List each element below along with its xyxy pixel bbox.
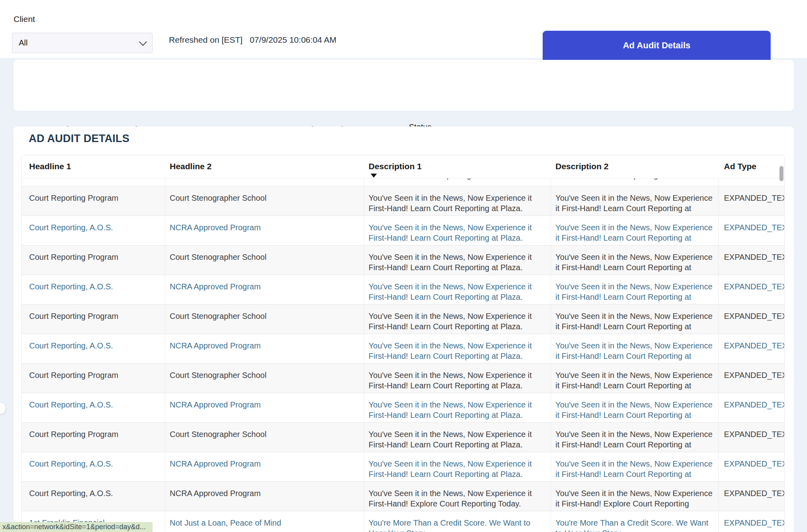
cell-headline2: NCRA Approved Program — [165, 393, 364, 422]
section-title: AD AUDIT DETAILS — [29, 133, 129, 145]
refreshed-timestamp: Refreshed on [EST] 07/9/2025 10:06:04 AM — [169, 35, 337, 45]
ad-audit-details-button[interactable]: Ad Audit Details — [543, 31, 771, 60]
cell-description2: You've Seen it in the News, Now Experien… — [551, 364, 718, 393]
cell-headline1: Court Reporting Program — [22, 245, 165, 275]
client-dropdown[interactable]: All — [12, 33, 153, 53]
cell-description2: You've Seen it in the News, Now Experien… — [551, 452, 718, 481]
cell-adtype: EXPANDED_TEX — [718, 393, 784, 422]
table-rows: Court Reporting Program Court Stenograph… — [22, 186, 784, 532]
left-edge-drawer-handle[interactable] — [0, 402, 6, 414]
cell-adtype: EXPANDED_TEX — [718, 275, 784, 304]
cell-adtype: EXPANDED_TEX — [718, 216, 784, 245]
cell-description2: You've Seen it in the News, Now Experien… — [551, 275, 718, 304]
cell-headline2: Court Stenographer School — [165, 245, 364, 275]
cell-headline1: Court Reporting, A.O.S. — [22, 275, 165, 304]
column-divider — [165, 178, 165, 532]
refreshed-label: Refreshed on [EST] — [169, 35, 242, 45]
table-header-row: Headline 1 Headline 2 Description 1 Desc… — [22, 155, 784, 178]
table-row[interactable]: Court Reporting Program Court Stenograph… — [22, 245, 784, 275]
column-divider — [551, 178, 551, 532]
cell-description1: You've Seen it in the News, Now Experien… — [364, 452, 551, 481]
cell-headline1: Court Reporting, A.O.S. — [22, 334, 165, 363]
cell-adtype: EXPANDED_TEX — [718, 245, 784, 275]
cell-headline2: NCRA Approved Program — [165, 334, 364, 363]
table-row[interactable]: Court Reporting, A.O.S. NCRA Approved Pr… — [22, 452, 784, 481]
refreshed-value: 07/9/2025 10:06:04 AM — [250, 35, 336, 45]
column-divider — [364, 178, 364, 532]
filter-card: Network Ad Type Ad Strength Status All A… — [14, 60, 794, 111]
column-header-adtype[interactable]: Ad Type — [724, 162, 756, 171]
cell-description2: You've Seen it in the News, Now Experien… — [551, 216, 718, 245]
client-filter-label: Client — [14, 14, 35, 24]
scrollbar-thumb[interactable] — [779, 166, 783, 181]
cell-description1: You've Seen it in the News, Now Experien… — [364, 186, 551, 216]
cell-description1: You've Seen it in the News, Now Experien… — [364, 482, 551, 511]
cell-description1: You've Seen it in the News, Now Experien… — [364, 245, 551, 275]
top-bar: Client All Refreshed on [EST] 07/9/2025 … — [0, 0, 807, 58]
cell-description2: You've Seen it in the News, Now Experien… — [551, 423, 718, 452]
table-row[interactable]: Court Reporting, A.O.S. NCRA Approved Pr… — [22, 393, 784, 422]
column-divider — [718, 178, 719, 532]
cell-headline2: NCRA Approved Program — [165, 275, 364, 304]
cell-description2: You've Seen it in the News, Now Experien… — [551, 186, 718, 216]
cell-headline2: Court Stenographer School — [165, 364, 364, 393]
cell-description1: You've Seen it in the News, Now Experien… — [364, 364, 551, 393]
table-row[interactable]: Court Reporting, A.O.S. NCRA Approved Pr… — [22, 334, 784, 363]
cell-headline1: Court Reporting Program — [22, 305, 165, 334]
cell-description1: You've Seen it in the News, Now Experien… — [364, 275, 551, 304]
cell-description1: You've Seen it in the News, Now Experien… — [364, 334, 551, 363]
cell-description2: You've Seen it in the News, Now Experien… — [551, 245, 718, 275]
vertical-scrollbar[interactable] — [779, 156, 783, 532]
sort-descending-icon[interactable] — [371, 174, 377, 178]
cell-headline1: Court Reporting, A.O.S. — [22, 216, 165, 245]
cell-headline2: Court Stenographer School — [165, 305, 364, 334]
table-row-clipped: Hand! Learn Court Reporting at Plaza. Ha… — [22, 178, 784, 186]
cell-adtype: EXPANDED_TEX — [718, 482, 784, 511]
cell-headline1: Court Reporting Program — [22, 364, 165, 393]
table-row[interactable]: Court Reporting Program Court Stenograph… — [22, 363, 784, 393]
cell-headline2: Not Just a Loan, Peace of Mind — [165, 511, 364, 532]
cell-adtype: EXPANDED_TEX — [718, 511, 784, 532]
link-preview-statusbar: x&action=network&idSite=1&period=day&d..… — [0, 522, 153, 532]
table-row[interactable]: Court Reporting, A.O.S. NCRA Approved Pr… — [22, 275, 784, 304]
cell-adtype: EXPANDED_TEX — [718, 452, 784, 481]
cell-headline2: Court Stenographer School — [165, 186, 364, 216]
table-row[interactable]: Court Reporting Program Court Stenograph… — [22, 186, 784, 216]
table-row[interactable]: Court Reporting, A.O.S. NCRA Approved Pr… — [22, 481, 784, 511]
cell-adtype: EXPANDED_TEX — [718, 423, 784, 452]
cell-description1: You've Seen it in the News, Now Experien… — [364, 423, 551, 452]
cell-headline2: NCRA Approved Program — [165, 216, 364, 245]
cell-headline1: Court Reporting Program — [22, 186, 165, 216]
cell-description1: You're More Than a Credit Score. We Want… — [364, 511, 551, 532]
cell-adtype: EXPANDED_TEX — [718, 305, 784, 334]
cell-description1: You've Seen it in the News, Now Experien… — [364, 393, 551, 422]
cell-description2: You've Seen it in the News, Now Experien… — [551, 482, 718, 511]
table-row[interactable]: Court Reporting, A.O.S. NCRA Approved Pr… — [22, 216, 784, 245]
table-scroll-area: Hand! Learn Court Reporting at Plaza. Ha… — [22, 178, 784, 532]
column-header-headline1[interactable]: Headline 1 — [29, 162, 71, 171]
cell-headline1: Court Reporting, A.O.S. — [22, 482, 165, 511]
cell-adtype: EXPANDED_TEX — [718, 364, 784, 393]
cell-headline1: Court Reporting, A.O.S. — [22, 393, 165, 422]
cell-description2: You've Seen it in the News, Now Experien… — [551, 305, 718, 334]
ad-audit-table: Headline 1 Headline 2 Description 1 Desc… — [21, 155, 785, 532]
cell-headline2: NCRA Approved Program — [165, 452, 364, 481]
column-header-description2[interactable]: Description 2 — [555, 162, 609, 171]
cell-adtype: EXPANDED_TEX — [718, 186, 784, 216]
table-row[interactable]: Court Reporting Program Court Stenograph… — [22, 304, 784, 334]
chevron-down-icon — [139, 38, 147, 46]
cell-adtype: EXPANDED_TEX — [718, 334, 784, 363]
cell-headline1: Court Reporting Program — [22, 423, 165, 452]
column-header-description1[interactable]: Description 1 — [369, 162, 422, 171]
cell-headline2: Court Stenographer School — [165, 423, 364, 452]
cell-description2: You've Seen it in the News, Now Experien… — [551, 334, 718, 363]
cell-headline2: NCRA Approved Program — [165, 482, 364, 511]
cell-description2: You're More Than a Credit Score. We Want… — [551, 511, 718, 532]
cell-description1: You've Seen it in the News, Now Experien… — [364, 216, 551, 245]
table-row[interactable]: Court Reporting Program Court Stenograph… — [22, 422, 784, 452]
cell-headline1: Court Reporting, A.O.S. — [22, 452, 165, 481]
cell-description2: You've Seen it in the News, Now Experien… — [551, 393, 718, 422]
column-header-headline2[interactable]: Headline 2 — [170, 162, 212, 171]
client-dropdown-value: All — [19, 38, 28, 47]
link-preview-text: x&action=network&idSite=1&period=day&d..… — [2, 523, 146, 531]
